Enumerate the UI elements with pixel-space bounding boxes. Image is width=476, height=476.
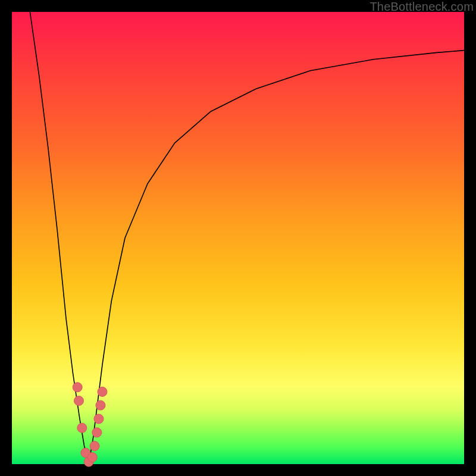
data-marker [77, 423, 87, 433]
curve-right-branch [89, 51, 464, 464]
chart-frame: TheBottleneck.com [0, 0, 476, 476]
data-marker [74, 396, 83, 406]
data-marker [87, 453, 97, 462]
data-marker [90, 441, 99, 451]
data-marker [92, 428, 102, 437]
data-marker [94, 414, 104, 424]
data-marker [96, 400, 105, 410]
data-marker [98, 387, 107, 396]
marker-group [73, 383, 107, 466]
plot-svg [12, 12, 464, 464]
data-marker [73, 383, 82, 392]
plot-area [12, 12, 464, 464]
